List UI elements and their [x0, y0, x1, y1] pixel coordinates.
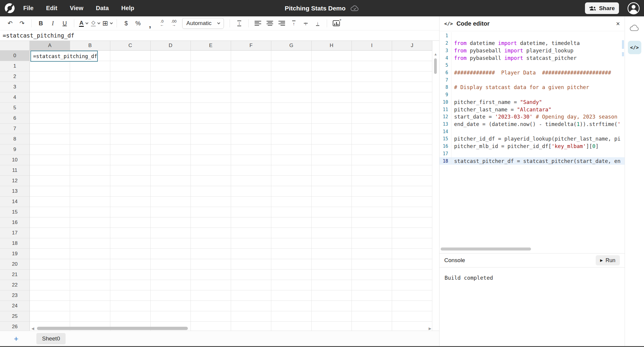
cell-editor[interactable]: =statcast_pitching_df — [30, 51, 98, 62]
file-title[interactable]: Pitching Stats Demo — [285, 5, 346, 12]
valign-bottom-button[interactable]: ↓ — [312, 18, 323, 29]
column-header-G[interactable]: G — [271, 41, 312, 51]
menu-data[interactable]: Data — [96, 5, 109, 12]
horizontal-scrollbar[interactable] — [37, 327, 188, 330]
row-header-21[interactable]: 21 — [0, 270, 30, 280]
editor-horizontal-scrollbar[interactable] — [441, 248, 623, 251]
code-editor-content[interactable]: 12from datetime import datetime, timedel… — [439, 31, 625, 253]
row-header-12[interactable]: 12 — [0, 176, 30, 186]
code-line[interactable]: 10pitcher_first_name = "Sandy" — [439, 98, 625, 106]
row-header-14[interactable]: 14 — [0, 197, 30, 207]
column-header-C[interactable]: C — [110, 41, 151, 51]
row-header-3[interactable]: 3 — [0, 82, 30, 92]
row-header-18[interactable]: 18 — [0, 238, 30, 249]
menu-help[interactable]: Help — [121, 5, 134, 12]
column-header-J[interactable]: J — [392, 41, 432, 51]
underline-button[interactable]: U — [59, 18, 70, 29]
align-left-button[interactable] — [253, 18, 263, 29]
code-line[interactable]: 17 — [439, 150, 625, 158]
code-line[interactable]: 11pitcher_last_name = "Alcantara" — [439, 106, 625, 113]
decimal-decrease-button[interactable]: .0← — [157, 18, 167, 29]
code-line[interactable]: 16pitcher_mlb_id = pitcher_id_df['key_ml… — [439, 143, 625, 150]
vertical-scrollbar[interactable] — [434, 58, 437, 74]
add-sheet-button[interactable]: + — [12, 333, 20, 344]
code-line[interactable]: 3from pybaseball import playerid_lookup — [439, 47, 625, 54]
code-line[interactable]: 5 — [439, 62, 625, 69]
valign-top-button[interactable]: ↑ — [288, 18, 299, 29]
code-line[interactable]: 12start_date = '2023-03-30' # Opening da… — [439, 113, 625, 121]
console-output-area[interactable]: Build completed — [439, 267, 625, 346]
row-header-24[interactable]: 24 — [0, 301, 30, 311]
code-line[interactable]: 7 — [439, 76, 625, 84]
app-logo-icon[interactable] — [5, 3, 15, 13]
row-header-2[interactable]: 2 — [0, 71, 30, 82]
scroll-right-arrow-icon[interactable]: ▶ — [428, 326, 432, 331]
menu-file[interactable]: File — [23, 5, 33, 12]
row-header-25[interactable]: 25 — [0, 311, 30, 322]
column-header-D[interactable]: D — [151, 41, 191, 51]
cloud-icon[interactable] — [629, 24, 640, 33]
column-header-A[interactable]: A — [30, 41, 70, 51]
column-header-B[interactable]: B — [70, 41, 110, 51]
avatar[interactable] — [627, 2, 640, 15]
scroll-left-arrow-icon[interactable]: ◀ — [30, 326, 35, 331]
column-header-E[interactable]: E — [191, 41, 231, 51]
close-icon[interactable]: × — [616, 21, 620, 27]
row-header-8[interactable]: 8 — [0, 134, 30, 144]
format-comma-button[interactable]: , — [145, 18, 155, 29]
align-center-button[interactable] — [264, 18, 275, 29]
format-currency-button[interactable]: $ — [121, 18, 131, 29]
redo-button[interactable]: ↷ — [17, 18, 27, 29]
row-header-23[interactable]: 23 — [0, 290, 30, 301]
row-header-19[interactable]: 19 — [0, 249, 30, 259]
formula-input[interactable]: =statcast_pitching_df — [3, 32, 74, 39]
row-header-6[interactable]: 6 — [0, 113, 30, 124]
text-overflow-button[interactable]: ↕ — [234, 18, 244, 29]
code-line[interactable]: 14 — [439, 128, 625, 135]
number-format-select-dropdown[interactable]: Automatic — [182, 18, 224, 29]
row-header-20[interactable]: 20 — [0, 259, 30, 270]
menu-edit[interactable]: Edit — [46, 5, 57, 12]
row-header-26[interactable]: 26 — [0, 322, 30, 331]
code-line[interactable]: 15pitcher_id_df = playerid_lookup(pitche… — [439, 135, 625, 143]
column-header-I[interactable]: I — [352, 41, 392, 51]
valign-middle-button[interactable]: ↕ — [300, 18, 311, 29]
row-header-10[interactable]: 10 — [0, 155, 30, 165]
code-line[interactable]: 6############# Player Data #############… — [439, 69, 625, 77]
row-header-5[interactable]: 5 — [0, 103, 30, 113]
row-header-15[interactable]: 15 — [0, 207, 30, 217]
row-header-16[interactable]: 16 — [0, 217, 30, 228]
code-line[interactable]: 13end_date = (datetime.now() - timedelta… — [439, 121, 625, 128]
row-header-13[interactable]: 13 — [0, 186, 30, 197]
run-button[interactable]: ▶ Run — [596, 255, 620, 265]
row-header-0[interactable]: 0 — [0, 51, 30, 61]
scroll-up-arrow-icon[interactable]: ▲ — [433, 52, 438, 57]
share-button[interactable]: Share — [585, 2, 619, 14]
row-header-4[interactable]: 4 — [0, 92, 30, 103]
undo-button[interactable]: ↶ — [5, 18, 16, 29]
row-header-11[interactable]: 11 — [0, 165, 30, 176]
select-all-corner[interactable] — [0, 41, 30, 51]
code-line[interactable]: 1 — [439, 32, 625, 40]
column-header-F[interactable]: F — [231, 41, 271, 51]
column-header-H[interactable]: H — [312, 41, 352, 51]
code-line[interactable]: 4from pybaseball import statcast_pitcher — [439, 54, 625, 62]
menu-view[interactable]: View — [70, 5, 83, 12]
format-percent-button[interactable]: % — [133, 18, 143, 29]
row-header-7[interactable]: 7 — [0, 124, 30, 134]
borders-button[interactable]: ⊞ — [102, 18, 113, 29]
row-header-9[interactable]: 9 — [0, 144, 30, 155]
code-editor-toggle-icon[interactable]: </> — [628, 41, 641, 54]
fill-color-button[interactable]: ◇ — [90, 18, 101, 29]
decimal-increase-button[interactable]: .00→ — [168, 18, 179, 29]
code-line[interactable]: 2from datetime import datetime, timedelt… — [439, 40, 625, 47]
row-header-17[interactable]: 17 — [0, 228, 30, 238]
code-line[interactable]: 9 — [439, 91, 625, 99]
italic-button[interactable]: I — [47, 18, 58, 29]
code-line[interactable]: 8# Display statcast data for a given pit… — [439, 84, 625, 91]
sheet-tab-sheet0[interactable]: Sheet0 — [36, 333, 66, 344]
code-line[interactable]: 18statcast_pitcher_df = statcast_pitcher… — [439, 157, 625, 165]
text-color-button[interactable]: A — [78, 18, 89, 29]
align-right-button[interactable] — [276, 18, 287, 29]
row-header-1[interactable]: 1 — [0, 61, 30, 71]
